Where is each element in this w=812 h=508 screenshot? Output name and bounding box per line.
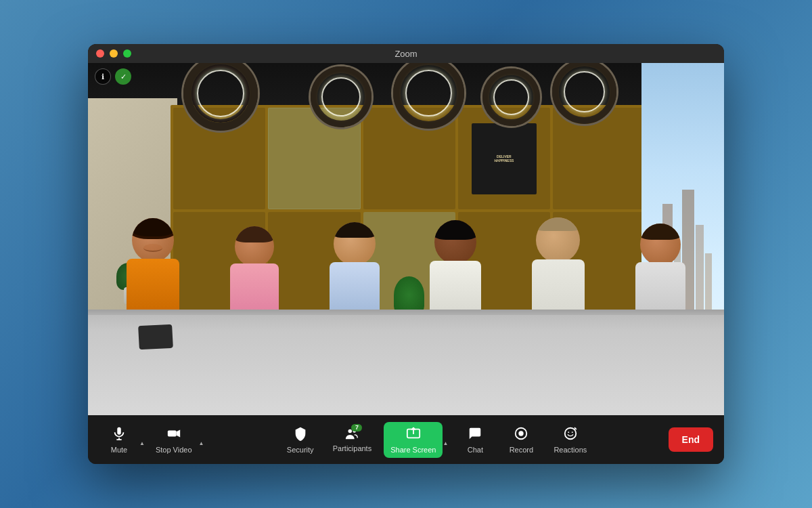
maximize-button[interactable] bbox=[123, 49, 131, 58]
svg-point-10 bbox=[565, 427, 577, 439]
camera-icon bbox=[166, 426, 181, 443]
person-6 bbox=[635, 224, 685, 316]
share-screen-control: Share Screen ▲ bbox=[384, 422, 449, 458]
window-title: Zoom bbox=[394, 49, 417, 59]
reactions-label: Reactions bbox=[554, 446, 587, 454]
video-area: DELIVERHAPPINESS bbox=[88, 63, 724, 415]
ceiling-light-2 bbox=[311, 66, 371, 127]
participants-label: Participants bbox=[333, 444, 371, 452]
share-screen-icon bbox=[406, 426, 421, 443]
stop-video-label: Stop Video bbox=[156, 446, 192, 454]
record-icon bbox=[514, 426, 528, 443]
meeting-room-scene: DELIVERHAPPINESS bbox=[88, 63, 724, 415]
mute-label: Mute bbox=[111, 446, 127, 454]
share-arrow[interactable]: ▲ bbox=[443, 429, 449, 450]
toolbar-right-controls: End bbox=[669, 427, 713, 452]
participants-button[interactable]: 7 Participants bbox=[326, 423, 378, 457]
participants-badge: 7 bbox=[351, 424, 362, 431]
security-icon bbox=[293, 426, 308, 443]
participants-icon: 7 bbox=[344, 427, 359, 442]
security-label: Security bbox=[287, 446, 314, 454]
svg-point-12 bbox=[572, 431, 573, 433]
share-screen-label: Share Screen bbox=[390, 446, 436, 454]
person-2 bbox=[230, 226, 279, 316]
person-3 bbox=[330, 222, 380, 316]
record-button[interactable]: Record bbox=[501, 422, 541, 458]
record-label: Record bbox=[510, 446, 533, 454]
conference-table bbox=[88, 310, 724, 415]
toolbar-left-controls: Mute ▲ Stop Video ▲ bbox=[99, 422, 205, 458]
shield-check-icon: ✓ bbox=[120, 72, 127, 81]
toolbar: Mute ▲ Stop Video ▲ bbox=[88, 415, 724, 464]
reactions-icon bbox=[563, 426, 578, 443]
svg-point-9 bbox=[519, 431, 524, 436]
video-control: Stop Video ▲ bbox=[149, 422, 206, 458]
tablet bbox=[138, 324, 173, 350]
svg-rect-3 bbox=[168, 430, 177, 436]
titlebar: Zoom bbox=[88, 44, 724, 63]
person-1 bbox=[127, 218, 179, 316]
minimize-button[interactable] bbox=[110, 49, 118, 58]
window-controls bbox=[96, 49, 131, 58]
participants-row bbox=[88, 217, 724, 316]
svg-point-11 bbox=[568, 431, 569, 433]
video-arrow[interactable]: ▲ bbox=[199, 429, 206, 450]
toolbar-center-controls: Security 7 Participants bbox=[205, 422, 668, 458]
security-button[interactable]: Security bbox=[280, 422, 321, 458]
person-5 bbox=[532, 217, 585, 316]
zoom-window: Zoom bbox=[88, 44, 724, 464]
ceiling-light-4 bbox=[482, 68, 540, 126]
mute-button[interactable]: Mute bbox=[99, 422, 139, 458]
mute-arrow[interactable]: ▲ bbox=[139, 429, 146, 450]
shield-icon-button[interactable]: ✓ bbox=[115, 68, 131, 85]
reactions-button[interactable]: Reactions bbox=[547, 422, 593, 458]
chat-label: Chat bbox=[468, 446, 483, 454]
info-icon-button[interactable]: ℹ bbox=[95, 68, 111, 85]
share-screen-button[interactable]: Share Screen bbox=[384, 422, 443, 458]
close-button[interactable] bbox=[96, 49, 104, 58]
chat-icon bbox=[468, 426, 482, 443]
chat-button[interactable]: Chat bbox=[455, 422, 495, 458]
microphone-icon bbox=[112, 426, 127, 443]
svg-marker-4 bbox=[176, 429, 180, 437]
stop-video-button[interactable]: Stop Video bbox=[149, 422, 199, 458]
mute-control: Mute ▲ bbox=[99, 422, 146, 458]
top-icons-overlay: ℹ ✓ bbox=[95, 68, 131, 85]
info-icon: ℹ bbox=[102, 72, 104, 81]
end-button[interactable]: End bbox=[669, 427, 713, 452]
svg-rect-0 bbox=[117, 427, 121, 434]
person-4 bbox=[430, 220, 481, 316]
